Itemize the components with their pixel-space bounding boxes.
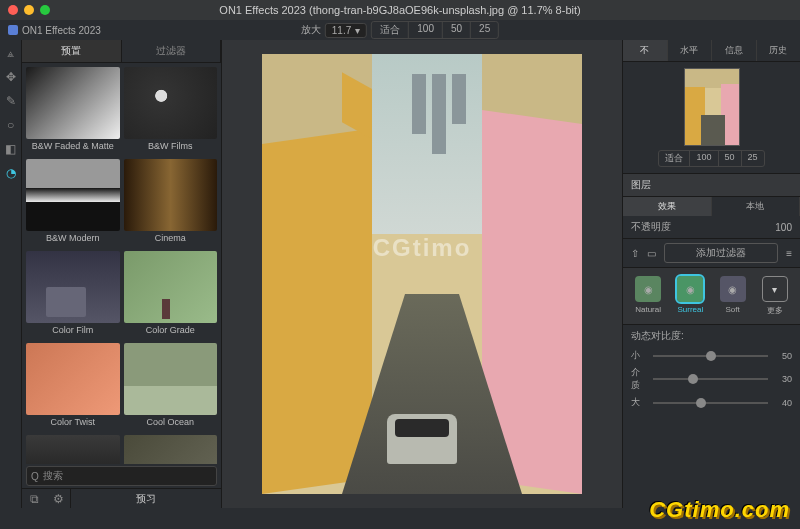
- preset-item[interactable]: B&W Films: [124, 67, 218, 155]
- preset-label: B&W Modern: [26, 231, 120, 247]
- slider-track[interactable]: [653, 355, 768, 357]
- zoom-50-button[interactable]: 50: [443, 22, 471, 38]
- preset-item[interactable]: Color Grade: [124, 251, 218, 339]
- zoom-fit-button[interactable]: 适合: [372, 22, 409, 38]
- left-panel-tabs: 预置 过滤器: [22, 40, 221, 63]
- preset-label: B&W Faded & Matte: [26, 139, 120, 155]
- preset-item[interactable]: Color Twist: [26, 343, 120, 431]
- tab-info[interactable]: 信息: [712, 40, 757, 61]
- contrast-header: 动态对比度:: [623, 325, 800, 347]
- layer-icon[interactable]: ▭: [647, 248, 656, 259]
- tab-filters[interactable]: 过滤器: [122, 40, 222, 62]
- mask-tool-icon[interactable]: ○: [4, 118, 18, 132]
- close-window-button[interactable]: [8, 5, 18, 15]
- settings-icon[interactable]: ⚙: [46, 489, 70, 508]
- slider-knob[interactable]: [706, 351, 716, 361]
- tab-presets[interactable]: 预置: [22, 40, 122, 62]
- window-traffic-lights: [8, 5, 50, 15]
- filter-more-label: 更多: [767, 305, 783, 316]
- window-title: ON1 Effects 2023 (thong-tran-b9GJ8aOE96k…: [219, 4, 580, 16]
- filter-natural-button[interactable]: ◉ Natural: [635, 276, 661, 316]
- slider-track[interactable]: [653, 402, 768, 404]
- nav-fit-button[interactable]: 适合: [659, 151, 690, 166]
- preset-thumb: [124, 67, 218, 139]
- slider-track[interactable]: [653, 378, 768, 380]
- opacity-row: 不透明度 100: [623, 216, 800, 239]
- slider-label: 大: [631, 396, 647, 409]
- preset-item[interactable]: [26, 435, 120, 464]
- viewport-watermark: CGtimo: [373, 234, 472, 262]
- subtab-local[interactable]: 本地: [712, 197, 801, 216]
- filter-more-button[interactable]: ▾ 更多: [762, 276, 788, 316]
- main-image: CGtimo: [262, 54, 582, 494]
- compare-icon[interactable]: ⧉: [22, 489, 46, 508]
- layers-header[interactable]: 图层: [623, 173, 800, 197]
- preset-item[interactable]: [124, 435, 218, 464]
- preview-button[interactable]: 预习: [70, 489, 221, 508]
- tab-nav[interactable]: 不: [623, 40, 668, 61]
- left-panel: 预置 过滤器 B&W Faded & MatteB&W FilmsB&W Mod…: [22, 40, 222, 508]
- navigator-thumbnail[interactable]: [684, 68, 740, 146]
- preset-grid: B&W Faded & MatteB&W FilmsB&W ModernCine…: [22, 63, 221, 464]
- slider-row: 介质30: [623, 364, 800, 394]
- preset-label: Color Grade: [124, 323, 218, 339]
- navigator: 适合 100 50 25: [623, 62, 800, 173]
- slider-knob[interactable]: [688, 374, 698, 384]
- preset-item[interactable]: Cool Ocean: [124, 343, 218, 431]
- preset-thumb: [26, 343, 120, 415]
- move-tool-icon[interactable]: ✥: [4, 70, 18, 84]
- slider-knob[interactable]: [696, 398, 706, 408]
- add-filter-row: ⇧ ▭ 添加过滤器 ≡: [623, 239, 800, 267]
- opacity-label: 不透明度: [631, 220, 671, 234]
- tool-strip: ⟁ ✥ ✎ ○ ◧ ◔: [0, 40, 22, 508]
- preset-item[interactable]: B&W Faded & Matte: [26, 67, 120, 155]
- app-tab[interactable]: ON1 Effects 2023: [8, 25, 101, 36]
- app-icon: [8, 25, 18, 35]
- crop-tool-icon[interactable]: ⟁: [4, 46, 18, 60]
- subtab-effects[interactable]: 效果: [623, 197, 712, 216]
- tab-history[interactable]: 历史: [757, 40, 801, 61]
- zoom-value: 11.7: [332, 25, 351, 36]
- nav-100-button[interactable]: 100: [690, 151, 718, 166]
- filter-soft-label: Soft: [726, 305, 740, 314]
- layer-subtabs: 效果 本地: [623, 197, 800, 216]
- preset-thumb: [124, 435, 218, 464]
- add-filter-button[interactable]: 添加过滤器: [664, 243, 778, 263]
- zoom-100-button[interactable]: 100: [409, 22, 443, 38]
- zoom-value-dropdown[interactable]: 11.7 ▾: [325, 23, 367, 38]
- brush-tool-icon[interactable]: ✎: [4, 94, 18, 108]
- tab-levels[interactable]: 水平: [668, 40, 713, 61]
- preset-thumb: [26, 435, 120, 464]
- maximize-window-button[interactable]: [40, 5, 50, 15]
- filter-surreal-button[interactable]: ◉ Surreal: [677, 276, 703, 316]
- preset-item[interactable]: Color Film: [26, 251, 120, 339]
- left-panel-bottom-bar: ⧉ ⚙ 预习: [22, 488, 221, 508]
- page-watermark: CGtimo.com: [649, 497, 790, 523]
- slider-label: 小: [631, 349, 647, 362]
- search-input[interactable]: Q 搜索: [26, 466, 217, 486]
- export-icon[interactable]: ⇧: [631, 248, 639, 259]
- ai-tool-icon[interactable]: ◔: [4, 166, 18, 180]
- zoom-toolbar: 放大 11.7 ▾ 适合 100 50 25: [301, 20, 499, 40]
- preset-label: B&W Films: [124, 139, 218, 155]
- right-panel: 不 水平 信息 历史 适合 100 50 25 图层 效果 本地 不透明度 10…: [622, 40, 800, 508]
- minimize-window-button[interactable]: [24, 5, 34, 15]
- preset-thumb: [124, 343, 218, 415]
- slider-row: 大40: [623, 394, 800, 411]
- preset-item[interactable]: B&W Modern: [26, 159, 120, 247]
- nav-50-button[interactable]: 50: [719, 151, 742, 166]
- filter-soft-icon: ◉: [720, 276, 746, 302]
- preset-label: Color Twist: [26, 415, 120, 431]
- zoom-25-button[interactable]: 25: [471, 22, 498, 38]
- preset-thumb: [124, 159, 218, 231]
- gradient-tool-icon[interactable]: ◧: [4, 142, 18, 156]
- preset-thumb: [26, 159, 120, 231]
- preset-thumb: [124, 251, 218, 323]
- menu-icon[interactable]: ≡: [786, 248, 792, 259]
- preset-item[interactable]: Cinema: [124, 159, 218, 247]
- viewport[interactable]: CGtimo: [222, 40, 622, 508]
- nav-25-button[interactable]: 25: [742, 151, 764, 166]
- filter-soft-button[interactable]: ◉ Soft: [720, 276, 746, 316]
- slider-group: 小50介质30大40: [623, 347, 800, 411]
- slider-value: 30: [774, 374, 792, 384]
